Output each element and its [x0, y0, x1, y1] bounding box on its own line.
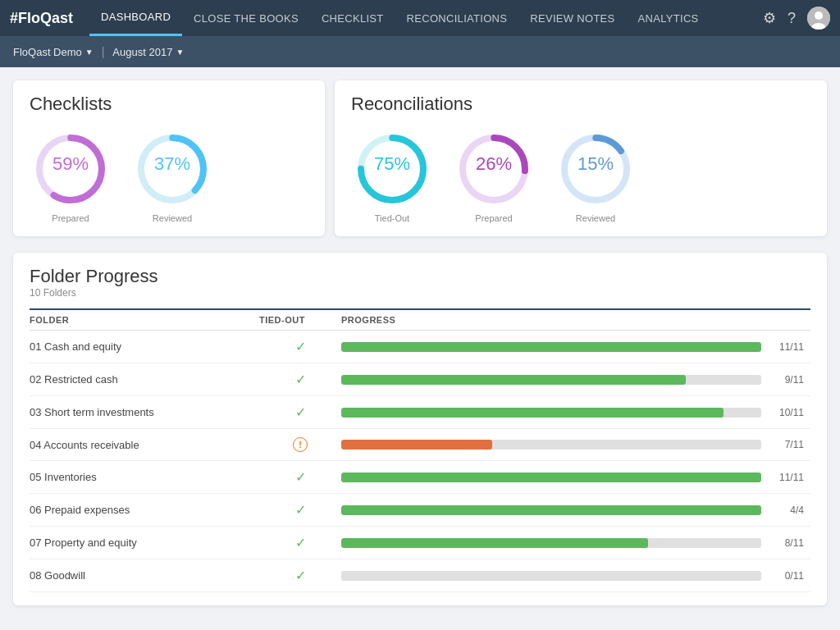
progress-bar-fill	[341, 505, 761, 515]
progress-bar-fill	[341, 472, 761, 482]
table-row[interactable]: 07 Property and equity✓8/11	[30, 527, 810, 559]
folder-count: 4/4	[761, 504, 810, 516]
folder-count: 9/11	[761, 374, 810, 386]
company-selector[interactable]: FloQast Demo ▼	[13, 46, 94, 58]
folder-count: 7/11	[761, 439, 810, 450]
donut-label-prepared: Prepared	[475, 213, 512, 223]
folder-count: 11/11	[761, 472, 810, 483]
avatar[interactable]	[807, 7, 830, 30]
table-row[interactable]: 04 Accounts receivable!7/11	[30, 429, 810, 461]
folder-name: 04 Accounts receivable	[30, 439, 259, 451]
settings-icon[interactable]: ⚙	[763, 9, 776, 27]
donut-tied-out: 75%Tied-Out	[351, 128, 433, 223]
reconciliations-title: Reconciliations	[351, 94, 810, 115]
donut-prepared: 26%Prepared	[453, 128, 535, 223]
tiedout-indicator: ✓	[259, 535, 341, 550]
table-row[interactable]: 03 Short term investments✓10/11	[30, 396, 810, 429]
nav-links: DASHBOARDCLOSE THE BOOKSCHECKLISTRECONCI…	[89, 0, 763, 36]
progress-bar-fill	[341, 375, 686, 385]
progress-bar-track	[341, 440, 761, 450]
sub-nav: FloQast Demo ▼ | August 2017 ▼	[0, 36, 840, 67]
table-row[interactable]: 02 Restricted cash✓9/11	[30, 363, 810, 396]
check-icon: ✓	[295, 469, 306, 485]
folder-count: 10/11	[761, 407, 810, 418]
checklists-panel: Checklists 59%Prepared 37%Reviewed	[13, 80, 325, 236]
folder-count: 11/11	[761, 341, 810, 353]
progress-bar-fill	[341, 440, 492, 450]
main-content: Checklists 59%Prepared 37%Reviewed Recon…	[0, 67, 840, 619]
donut-center-reviewed: 15%	[578, 153, 614, 175]
donut-center-prepared: 26%	[476, 153, 512, 175]
progress-bar-container	[341, 440, 761, 450]
check-icon: ✓	[295, 404, 306, 420]
nav-link-dashboard[interactable]: DASHBOARD	[89, 0, 182, 36]
table-row[interactable]: 06 Prepaid expenses✓4/4	[30, 494, 810, 527]
company-chevron: ▼	[85, 48, 94, 57]
check-icon: ✓	[295, 568, 306, 583]
folder-rows: 01 Cash and equity✓11/1102 Restricted ca…	[30, 331, 810, 592]
progress-bar-container	[341, 408, 761, 418]
check-icon: ✓	[295, 339, 306, 354]
folder-count: 10 Folders	[30, 287, 810, 299]
check-icon: ✓	[295, 535, 306, 550]
progress-bar-fill	[341, 538, 648, 548]
nav-icons: ⚙ ?	[763, 7, 830, 30]
folder-name: 01 Cash and equity	[30, 340, 259, 353]
nav-link-close-the-books[interactable]: CLOSE THE BOOKS	[182, 0, 310, 36]
progress-bar-fill	[341, 408, 724, 418]
check-icon: ✓	[295, 502, 306, 518]
svg-point-1	[815, 11, 823, 20]
nav-link-checklist[interactable]: CHECKLIST	[310, 0, 395, 36]
progress-bar-track	[341, 375, 761, 385]
table-row[interactable]: 08 Goodwill✓0/11	[30, 559, 810, 592]
donut-label-reviewed: Reviewed	[153, 213, 192, 223]
nav-link-reconciliations[interactable]: RECONCILIATIONS	[395, 0, 519, 36]
progress-bar-track	[341, 342, 761, 352]
col-progress: PROGRESS	[341, 315, 761, 325]
progress-bar-container	[341, 342, 761, 352]
donut-label-prepared: Prepared	[52, 213, 89, 223]
help-icon[interactable]: ?	[788, 10, 796, 27]
tiedout-indicator: ✓	[259, 568, 341, 583]
check-icon: ✓	[295, 372, 306, 387]
table-row[interactable]: 01 Cash and equity✓11/11	[30, 331, 810, 363]
progress-bar-container	[341, 505, 761, 515]
checklists-donuts: 59%Prepared 37%Reviewed	[30, 128, 308, 223]
progress-bar-container	[341, 538, 761, 548]
tiedout-indicator: ✓	[259, 339, 341, 354]
donut-prepared: 59%Prepared	[30, 128, 112, 223]
folder-name: 06 Prepaid expenses	[30, 504, 259, 516]
folder-progress-section: Folder Progress 10 Folders FOLDER TIED-O…	[13, 253, 827, 605]
top-panels: Checklists 59%Prepared 37%Reviewed Recon…	[13, 80, 827, 236]
progress-bar-track	[341, 408, 761, 418]
donut-label-reviewed: Reviewed	[576, 213, 615, 223]
period-chevron: ▼	[176, 48, 184, 57]
table-row[interactable]: 05 Inventories✓11/11	[30, 461, 810, 494]
donut-reviewed: 37%Reviewed	[131, 128, 213, 223]
folder-name: 08 Goodwill	[30, 569, 259, 582]
progress-bar-container	[341, 571, 761, 581]
tiedout-indicator: !	[259, 437, 341, 452]
folder-count: 0/11	[761, 570, 810, 582]
folder-name: 05 Inventories	[30, 471, 259, 483]
progress-bar-fill	[341, 342, 761, 352]
table-header: FOLDER TIED-OUT PROGRESS	[30, 308, 810, 331]
reconciliations-donuts: 75%Tied-Out 26%Prepared 15%Reviewed	[351, 128, 810, 223]
reconciliations-panel: Reconciliations 75%Tied-Out 26%Prepared …	[335, 80, 827, 236]
tiedout-indicator: ✓	[259, 372, 341, 387]
progress-bar-track	[341, 538, 761, 548]
nav-link-analytics[interactable]: ANALYTICS	[627, 0, 710, 36]
progress-bar-track	[341, 571, 761, 581]
nav-link-review-notes[interactable]: REVIEW NOTES	[518, 0, 626, 36]
folder-name: 02 Restricted cash	[30, 373, 259, 386]
tiedout-indicator: ✓	[259, 502, 341, 518]
tiedout-indicator: ✓	[259, 404, 341, 420]
folder-name: 07 Property and equity	[30, 536, 259, 549]
donut-center-prepared: 59%	[52, 153, 89, 175]
donut-center-tied-out: 75%	[374, 153, 410, 175]
logo[interactable]: #FloQast	[10, 10, 73, 27]
folder-progress-title: Folder Progress	[30, 266, 810, 287]
period-selector[interactable]: August 2017 ▼	[112, 46, 184, 58]
folder-name: 03 Short term investments	[30, 406, 259, 418]
nav-bar: #FloQast DASHBOARDCLOSE THE BOOKSCHECKLI…	[0, 0, 840, 36]
